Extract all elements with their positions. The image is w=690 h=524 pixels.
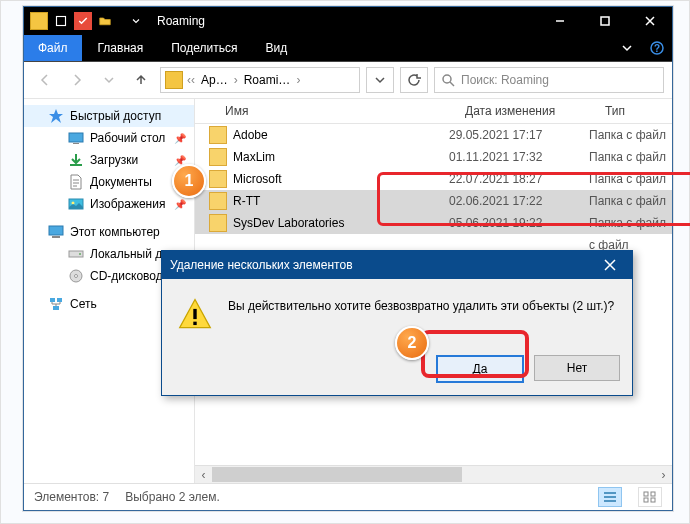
tab-view[interactable]: Вид — [251, 35, 301, 61]
svg-text:?: ? — [654, 43, 660, 54]
svg-rect-0 — [57, 17, 66, 26]
svg-rect-17 — [50, 298, 55, 302]
column-name[interactable]: Имя — [195, 104, 465, 118]
nav-recent-button[interactable] — [96, 67, 122, 93]
horizontal-scrollbar[interactable]: ‹ › — [195, 465, 672, 483]
table-row[interactable]: MaxLim01.11.2021 17:32Папка с файл — [195, 146, 672, 168]
file-date: 22.07.2021 18:27 — [449, 172, 589, 186]
view-details-button[interactable] — [598, 487, 622, 507]
folder-icon — [209, 126, 227, 144]
scroll-thumb[interactable] — [212, 467, 462, 482]
svg-rect-20 — [644, 492, 648, 496]
maximize-button[interactable] — [582, 7, 627, 35]
svg-rect-2 — [601, 17, 609, 25]
ribbon-help-icon[interactable]: ? — [642, 35, 672, 61]
folder-icon — [165, 71, 183, 89]
minimize-button[interactable] — [537, 7, 582, 35]
file-type: Папка с файл — [589, 194, 672, 208]
svg-rect-8 — [73, 143, 79, 144]
scroll-track[interactable] — [212, 467, 655, 482]
file-name: SysDev Laboratories — [233, 216, 344, 230]
annotation-badge-2: 2 — [395, 326, 429, 360]
qat-folder-icon[interactable] — [96, 12, 114, 30]
column-type[interactable]: Тип — [605, 104, 672, 118]
computer-icon — [48, 224, 64, 240]
sidebar-item-desktop[interactable]: Рабочий стол📌 — [24, 127, 194, 149]
svg-rect-22 — [644, 498, 648, 502]
svg-rect-11 — [49, 226, 63, 235]
close-button[interactable] — [627, 7, 672, 35]
ribbon: Файл Главная Поделиться Вид ? — [24, 35, 672, 62]
warning-icon — [178, 297, 212, 331]
search-placeholder: Поиск: Roaming — [461, 73, 549, 87]
dialog-message: Вы действительно хотите безвозвратно уда… — [228, 297, 616, 315]
table-row[interactable]: R-TT02.06.2021 17:22Папка с файл — [195, 190, 672, 212]
chevron-left-icon[interactable]: ‹‹ — [185, 73, 197, 87]
qat-checked-icon[interactable] — [74, 12, 92, 30]
breadcrumb-seg[interactable]: Roami… — [242, 73, 293, 87]
breadcrumb-seg[interactable]: Ap… — [199, 73, 230, 87]
tab-home[interactable]: Главная — [84, 35, 158, 61]
table-row[interactable]: Microsoft22.07.2021 18:27Папка с файл — [195, 168, 672, 190]
tab-file[interactable]: Файл — [24, 35, 82, 61]
scroll-left-icon[interactable]: ‹ — [195, 467, 212, 482]
qat-dropdown-icon[interactable] — [127, 12, 145, 30]
picture-icon — [68, 196, 84, 212]
sidebar-item-downloads[interactable]: Загрузки📌 — [24, 149, 194, 171]
scroll-right-icon[interactable]: › — [655, 467, 672, 482]
svg-rect-24 — [193, 309, 196, 319]
download-icon — [68, 152, 84, 168]
no-button[interactable]: Нет — [534, 355, 620, 381]
svg-point-16 — [75, 275, 78, 278]
column-date[interactable]: Дата изменения — [465, 104, 605, 118]
sidebar-item-pictures[interactable]: Изображения📌 — [24, 193, 194, 215]
sidebar-item-documents[interactable]: Документы📌 — [24, 171, 194, 193]
svg-point-5 — [443, 75, 451, 83]
nav-back-button[interactable] — [32, 67, 58, 93]
sidebar-item-this-pc[interactable]: Этот компьютер — [24, 221, 194, 243]
status-bar: Элементов: 7 Выбрано 2 элем. — [24, 483, 672, 510]
column-headers: Имя Дата изменения Тип — [195, 99, 672, 124]
titlebar[interactable]: Roaming — [24, 7, 672, 35]
address-bar: ‹‹ Ap… › Roami… › Поиск: Roaming — [24, 62, 672, 99]
search-input[interactable]: Поиск: Roaming — [434, 67, 664, 93]
file-type: Папка с файл — [589, 172, 672, 186]
svg-rect-23 — [651, 498, 655, 502]
svg-point-14 — [79, 253, 81, 255]
chevron-right-icon: › — [294, 73, 302, 87]
disk-icon — [68, 246, 84, 262]
svg-line-6 — [450, 82, 454, 86]
yes-button[interactable]: Да — [436, 355, 524, 383]
annotation-badge-1: 1 — [172, 164, 206, 198]
tab-share[interactable]: Поделиться — [157, 35, 251, 61]
dialog-titlebar[interactable]: Удаление нескольких элементов — [162, 251, 632, 279]
ribbon-expand-icon[interactable] — [612, 35, 642, 61]
refresh-button[interactable] — [400, 67, 428, 93]
file-type: Папка с файл — [589, 150, 672, 164]
file-date: 02.06.2021 17:22 — [449, 194, 589, 208]
view-icons-button[interactable] — [638, 487, 662, 507]
document-icon — [68, 174, 84, 190]
chevron-right-icon: › — [232, 73, 240, 87]
table-row[interactable]: Adobe29.05.2021 17:17Папка с файл — [195, 124, 672, 146]
file-date: 01.11.2021 17:32 — [449, 150, 589, 164]
cd-icon — [68, 268, 84, 284]
address-dropdown-button[interactable] — [366, 67, 394, 93]
nav-forward-button[interactable] — [64, 67, 90, 93]
pin-icon: 📌 — [174, 199, 186, 210]
table-row[interactable]: SysDev Laboratories05.06.2021 19:22Папка… — [195, 212, 672, 234]
sidebar-item-quick-access[interactable]: Быстрый доступ — [24, 105, 194, 127]
qat-properties-icon[interactable] — [52, 12, 70, 30]
file-name: R-TT — [233, 194, 260, 208]
breadcrumb[interactable]: ‹‹ Ap… › Roami… › — [160, 67, 360, 93]
svg-rect-18 — [57, 298, 62, 302]
dialog-title: Удаление нескольких элементов — [170, 258, 353, 272]
status-count: Элементов: 7 — [34, 490, 109, 504]
svg-rect-25 — [193, 322, 196, 325]
folder-icon — [209, 148, 227, 166]
app-icon — [30, 12, 48, 30]
nav-up-button[interactable] — [128, 67, 154, 93]
dialog-close-button[interactable] — [596, 251, 624, 279]
file-type: Папка с файл — [589, 128, 672, 142]
folder-icon — [209, 192, 227, 210]
